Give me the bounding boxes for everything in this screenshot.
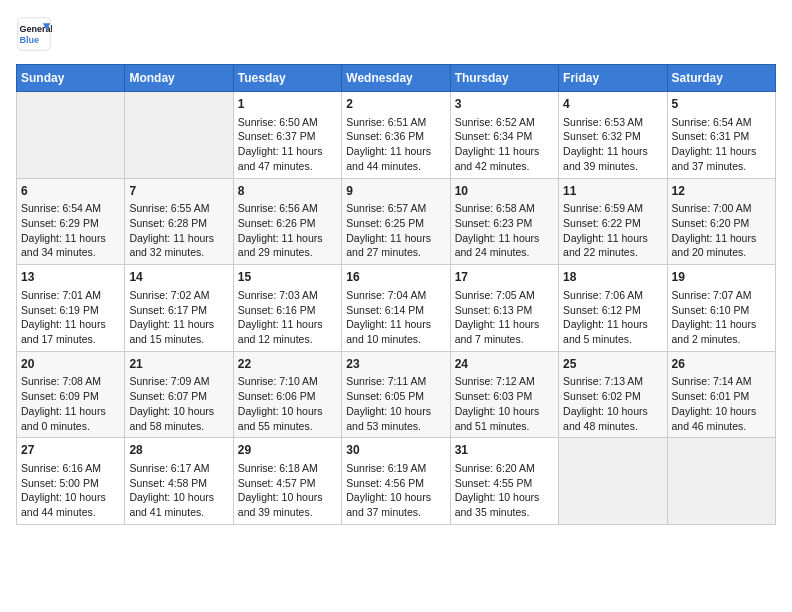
day-info: Sunrise: 6:52 AM Sunset: 6:34 PM Dayligh…: [455, 115, 554, 174]
col-header-thursday: Thursday: [450, 65, 558, 92]
day-info: Sunrise: 7:11 AM Sunset: 6:05 PM Dayligh…: [346, 374, 445, 433]
day-info: Sunrise: 6:56 AM Sunset: 6:26 PM Dayligh…: [238, 201, 337, 260]
calendar-cell: 27Sunrise: 6:16 AM Sunset: 5:00 PM Dayli…: [17, 438, 125, 525]
calendar-week-4: 20Sunrise: 7:08 AM Sunset: 6:09 PM Dayli…: [17, 351, 776, 438]
calendar-cell: 12Sunrise: 7:00 AM Sunset: 6:20 PM Dayli…: [667, 178, 775, 265]
day-info: Sunrise: 7:01 AM Sunset: 6:19 PM Dayligh…: [21, 288, 120, 347]
calendar-cell: 28Sunrise: 6:17 AM Sunset: 4:58 PM Dayli…: [125, 438, 233, 525]
day-number: 3: [455, 96, 554, 113]
calendar-cell: 21Sunrise: 7:09 AM Sunset: 6:07 PM Dayli…: [125, 351, 233, 438]
col-header-friday: Friday: [559, 65, 667, 92]
calendar-cell: 2Sunrise: 6:51 AM Sunset: 6:36 PM Daylig…: [342, 92, 450, 179]
day-number: 31: [455, 442, 554, 459]
day-number: 18: [563, 269, 662, 286]
day-info: Sunrise: 6:19 AM Sunset: 4:56 PM Dayligh…: [346, 461, 445, 520]
day-number: 24: [455, 356, 554, 373]
col-header-sunday: Sunday: [17, 65, 125, 92]
day-info: Sunrise: 7:05 AM Sunset: 6:13 PM Dayligh…: [455, 288, 554, 347]
day-info: Sunrise: 7:06 AM Sunset: 6:12 PM Dayligh…: [563, 288, 662, 347]
calendar-week-5: 27Sunrise: 6:16 AM Sunset: 5:00 PM Dayli…: [17, 438, 776, 525]
day-info: Sunrise: 6:17 AM Sunset: 4:58 PM Dayligh…: [129, 461, 228, 520]
day-number: 25: [563, 356, 662, 373]
day-number: 20: [21, 356, 120, 373]
day-number: 28: [129, 442, 228, 459]
day-info: Sunrise: 6:54 AM Sunset: 6:29 PM Dayligh…: [21, 201, 120, 260]
calendar-cell: [559, 438, 667, 525]
day-number: 22: [238, 356, 337, 373]
day-info: Sunrise: 6:55 AM Sunset: 6:28 PM Dayligh…: [129, 201, 228, 260]
day-number: 9: [346, 183, 445, 200]
day-info: Sunrise: 7:02 AM Sunset: 6:17 PM Dayligh…: [129, 288, 228, 347]
calendar-cell: 31Sunrise: 6:20 AM Sunset: 4:55 PM Dayli…: [450, 438, 558, 525]
calendar-week-2: 6Sunrise: 6:54 AM Sunset: 6:29 PM Daylig…: [17, 178, 776, 265]
day-number: 8: [238, 183, 337, 200]
day-info: Sunrise: 7:04 AM Sunset: 6:14 PM Dayligh…: [346, 288, 445, 347]
day-info: Sunrise: 7:07 AM Sunset: 6:10 PM Dayligh…: [672, 288, 771, 347]
day-number: 10: [455, 183, 554, 200]
logo: General Blue: [16, 16, 52, 52]
day-info: Sunrise: 7:14 AM Sunset: 6:01 PM Dayligh…: [672, 374, 771, 433]
calendar-cell: [125, 92, 233, 179]
calendar-cell: 7Sunrise: 6:55 AM Sunset: 6:28 PM Daylig…: [125, 178, 233, 265]
calendar-cell: 14Sunrise: 7:02 AM Sunset: 6:17 PM Dayli…: [125, 265, 233, 352]
calendar-cell: 30Sunrise: 6:19 AM Sunset: 4:56 PM Dayli…: [342, 438, 450, 525]
calendar-cell: 15Sunrise: 7:03 AM Sunset: 6:16 PM Dayli…: [233, 265, 341, 352]
day-info: Sunrise: 6:16 AM Sunset: 5:00 PM Dayligh…: [21, 461, 120, 520]
day-number: 16: [346, 269, 445, 286]
day-number: 13: [21, 269, 120, 286]
calendar-cell: 16Sunrise: 7:04 AM Sunset: 6:14 PM Dayli…: [342, 265, 450, 352]
col-header-tuesday: Tuesday: [233, 65, 341, 92]
day-number: 7: [129, 183, 228, 200]
col-header-monday: Monday: [125, 65, 233, 92]
day-info: Sunrise: 6:50 AM Sunset: 6:37 PM Dayligh…: [238, 115, 337, 174]
day-number: 6: [21, 183, 120, 200]
day-info: Sunrise: 6:20 AM Sunset: 4:55 PM Dayligh…: [455, 461, 554, 520]
day-number: 21: [129, 356, 228, 373]
calendar-cell: 19Sunrise: 7:07 AM Sunset: 6:10 PM Dayli…: [667, 265, 775, 352]
day-info: Sunrise: 6:54 AM Sunset: 6:31 PM Dayligh…: [672, 115, 771, 174]
day-info: Sunrise: 7:12 AM Sunset: 6:03 PM Dayligh…: [455, 374, 554, 433]
day-number: 15: [238, 269, 337, 286]
day-number: 30: [346, 442, 445, 459]
calendar-cell: 10Sunrise: 6:58 AM Sunset: 6:23 PM Dayli…: [450, 178, 558, 265]
day-number: 1: [238, 96, 337, 113]
calendar-cell: 13Sunrise: 7:01 AM Sunset: 6:19 PM Dayli…: [17, 265, 125, 352]
day-info: Sunrise: 6:58 AM Sunset: 6:23 PM Dayligh…: [455, 201, 554, 260]
day-number: 12: [672, 183, 771, 200]
col-header-saturday: Saturday: [667, 65, 775, 92]
day-number: 14: [129, 269, 228, 286]
day-number: 4: [563, 96, 662, 113]
calendar-cell: 3Sunrise: 6:52 AM Sunset: 6:34 PM Daylig…: [450, 92, 558, 179]
calendar-cell: 22Sunrise: 7:10 AM Sunset: 6:06 PM Dayli…: [233, 351, 341, 438]
calendar-week-3: 13Sunrise: 7:01 AM Sunset: 6:19 PM Dayli…: [17, 265, 776, 352]
logo-icon: General Blue: [16, 16, 52, 52]
calendar-cell: [17, 92, 125, 179]
calendar-cell: 9Sunrise: 6:57 AM Sunset: 6:25 PM Daylig…: [342, 178, 450, 265]
calendar-cell: 20Sunrise: 7:08 AM Sunset: 6:09 PM Dayli…: [17, 351, 125, 438]
day-info: Sunrise: 6:57 AM Sunset: 6:25 PM Dayligh…: [346, 201, 445, 260]
day-info: Sunrise: 7:03 AM Sunset: 6:16 PM Dayligh…: [238, 288, 337, 347]
day-number: 11: [563, 183, 662, 200]
calendar-cell: 5Sunrise: 6:54 AM Sunset: 6:31 PM Daylig…: [667, 92, 775, 179]
calendar-cell: 8Sunrise: 6:56 AM Sunset: 6:26 PM Daylig…: [233, 178, 341, 265]
day-info: Sunrise: 7:13 AM Sunset: 6:02 PM Dayligh…: [563, 374, 662, 433]
calendar-cell: 26Sunrise: 7:14 AM Sunset: 6:01 PM Dayli…: [667, 351, 775, 438]
calendar-cell: 4Sunrise: 6:53 AM Sunset: 6:32 PM Daylig…: [559, 92, 667, 179]
page-header: General Blue: [16, 16, 776, 52]
calendar-cell: [667, 438, 775, 525]
calendar-table: SundayMondayTuesdayWednesdayThursdayFrid…: [16, 64, 776, 525]
calendar-cell: 11Sunrise: 6:59 AM Sunset: 6:22 PM Dayli…: [559, 178, 667, 265]
day-number: 26: [672, 356, 771, 373]
calendar-cell: 1Sunrise: 6:50 AM Sunset: 6:37 PM Daylig…: [233, 92, 341, 179]
day-number: 23: [346, 356, 445, 373]
svg-text:Blue: Blue: [20, 35, 40, 45]
calendar-cell: 17Sunrise: 7:05 AM Sunset: 6:13 PM Dayli…: [450, 265, 558, 352]
calendar-cell: 23Sunrise: 7:11 AM Sunset: 6:05 PM Dayli…: [342, 351, 450, 438]
day-number: 27: [21, 442, 120, 459]
calendar-cell: 24Sunrise: 7:12 AM Sunset: 6:03 PM Dayli…: [450, 351, 558, 438]
day-info: Sunrise: 7:08 AM Sunset: 6:09 PM Dayligh…: [21, 374, 120, 433]
calendar-cell: 25Sunrise: 7:13 AM Sunset: 6:02 PM Dayli…: [559, 351, 667, 438]
day-number: 17: [455, 269, 554, 286]
calendar-week-1: 1Sunrise: 6:50 AM Sunset: 6:37 PM Daylig…: [17, 92, 776, 179]
day-info: Sunrise: 6:18 AM Sunset: 4:57 PM Dayligh…: [238, 461, 337, 520]
